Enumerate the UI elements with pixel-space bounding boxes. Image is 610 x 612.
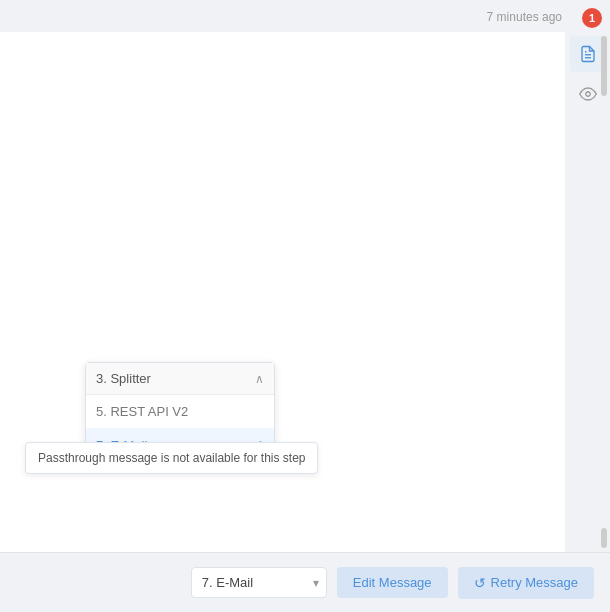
dropdown-header-label: 3. Splitter <box>96 371 151 386</box>
retry-message-button[interactable]: ↺ Retry Message <box>458 567 594 599</box>
main-panel: 3. Splitter 5. REST API V2 7. E-Mail ✓ P… <box>0 32 565 552</box>
eye-icon <box>579 85 597 103</box>
dropdown-item-label: 5. REST API V2 <box>96 404 188 419</box>
step-select-wrapper[interactable]: 3. Splitter 5. REST API V2 7. E-Mail ▾ <box>191 567 327 598</box>
dropdown-item-rest[interactable]: 5. REST API V2 <box>86 395 274 428</box>
scrollbar-track[interactable] <box>600 32 608 552</box>
content-area: 3. Splitter 5. REST API V2 7. E-Mail ✓ P… <box>0 32 610 552</box>
main-container: 7 minutes ago 1 3. Splitter 5. REST API … <box>0 0 610 612</box>
scrollbar-thumb-top <box>601 36 607 96</box>
svg-point-2 <box>585 92 590 97</box>
top-bar: 7 minutes ago 1 <box>0 0 610 32</box>
dropdown-header[interactable]: 3. Splitter <box>86 363 274 395</box>
document-icon <box>579 45 597 63</box>
tooltip-text: Passthrough message is not available for… <box>38 451 305 465</box>
tooltip-box: Passthrough message is not available for… <box>25 442 318 474</box>
retry-icon: ↺ <box>474 575 486 591</box>
notification-badge: 1 <box>582 8 602 28</box>
step-select[interactable]: 3. Splitter 5. REST API V2 7. E-Mail <box>191 567 327 598</box>
right-sidebar <box>565 32 610 552</box>
chevron-up-icon <box>255 372 264 386</box>
timestamp: 7 minutes ago <box>487 10 562 24</box>
edit-message-button[interactable]: Edit Message <box>337 567 448 598</box>
scrollbar-thumb-bottom <box>601 528 607 548</box>
bottom-bar: 3. Splitter 5. REST API V2 7. E-Mail ▾ E… <box>0 552 610 612</box>
retry-message-label: Retry Message <box>491 575 578 590</box>
